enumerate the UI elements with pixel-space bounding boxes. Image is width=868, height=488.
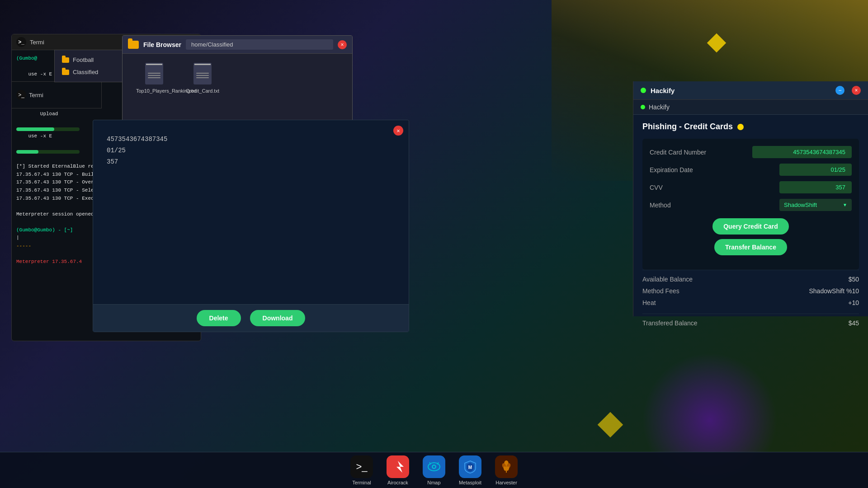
cc-method-row: Method ShadowShift ▼ — [650, 199, 852, 211]
file-viewer-modal: × 4573543674387345 01/25 357 Delete Down… — [93, 120, 409, 332]
file-browser-titlebar: File Browser home/Classified × — [123, 36, 352, 54]
file-viewer-footer: Delete Download — [93, 304, 409, 332]
terminal-icon: >_ — [16, 37, 26, 47]
cc-method-label: Method — [650, 202, 671, 209]
svg-point-3 — [433, 465, 435, 468]
file-viewer-close-button[interactable]: × — [393, 126, 403, 136]
hackify-panel: Hackify − × Hackify Phishing - Credit Ca… — [633, 81, 868, 316]
cc-number-label: Credit Card Number — [650, 149, 706, 156]
file-browser-close[interactable]: × — [338, 40, 347, 49]
transferred-balance-row: Transfered Balance $45 — [642, 314, 859, 327]
method-fees-row: Method Fees ShadowShift %10 — [642, 287, 859, 295]
phishing-status-dot — [737, 124, 744, 130]
svg-marker-0 — [396, 461, 404, 473]
hackify-header-label: Hackify — [651, 87, 675, 94]
hackify-nav-label: Hackify — [649, 103, 670, 111]
heat-label: Heat — [642, 299, 656, 306]
file-item-credit-card[interactable]: Credit_Card.txt — [186, 63, 219, 94]
heat-value: +10 — [848, 299, 859, 306]
airocrack-icon-svg — [391, 460, 405, 474]
method-fees-label: Method Fees — [642, 287, 679, 295]
download-button[interactable]: Download — [250, 310, 306, 326]
svg-text:M: M — [468, 465, 472, 470]
file-browser-content: Top10_Players_Ranking.txt Credit_Card.tx… — [123, 54, 352, 103]
file-viewer-content: 4573543674387345 01/25 357 — [93, 120, 409, 304]
phishing-title: Phishing - Credit Cards — [642, 122, 733, 131]
transferred-label: Transfered Balance — [642, 319, 698, 327]
file-browser-window: File Browser home/Classified × Top10_Pla… — [122, 35, 353, 126]
phishing-panel: Phishing - Credit Cards Credit Card Numb… — [633, 115, 868, 344]
cc-expiry-label: Expiration Date — [650, 166, 693, 174]
cc-method-value: ShadowShift — [784, 202, 817, 208]
heat-row: Heat +10 — [642, 299, 859, 306]
cc-number-row: Credit Card Number 4573543674387345 — [650, 146, 852, 158]
method-fees-value: ShadowShift %10 — [809, 287, 859, 295]
metasploit-taskbar-icon: M — [459, 455, 481, 478]
query-credit-card-button[interactable]: Query Credit Card — [712, 218, 789, 235]
hackify-nav: Hackify — [633, 100, 868, 115]
terminal2-window: >_ Termi — [11, 81, 102, 108]
file-content-line3: 357 — [107, 156, 395, 168]
metasploit-icon-svg: M — [463, 460, 477, 474]
taskbar-nmap-label: Nmap — [427, 480, 440, 485]
folder-icon-lg — [128, 41, 139, 49]
file-content-line1: 4573543674387345 — [107, 134, 395, 145]
diamond-icon-bottom — [598, 412, 623, 438]
cc-expiry-row: Expiration Date 01/25 — [650, 164, 852, 176]
upload-bar-1 — [16, 127, 80, 131]
cc-form: Credit Card Number 4573543674387345 Expi… — [642, 139, 859, 270]
taskbar-metasploit-label: Metasploit — [459, 480, 481, 485]
taskbar-harvester-label: Harvester — [495, 480, 517, 485]
cc-cvv-value: 357 — [779, 181, 852, 193]
folder-icon — [62, 57, 69, 63]
hackify-minimize-button[interactable]: − — [835, 86, 844, 95]
file-browser-path: home/Classified — [186, 39, 333, 50]
chevron-down-icon: ▼ — [843, 202, 847, 207]
cc-cvv-row: CVV 357 — [650, 181, 852, 193]
transferred-value: $45 — [849, 319, 859, 327]
file-item-players[interactable]: Top10_Players_Ranking.txt — [136, 63, 172, 94]
cc-expiry-value: 01/25 — [779, 164, 852, 176]
available-balance-row: Available Balance $50 — [642, 276, 859, 283]
delete-button[interactable]: Delete — [197, 310, 241, 326]
taskbar-metasploit[interactable]: M Metasploit — [459, 455, 481, 485]
airocrack-taskbar-icon — [387, 455, 409, 478]
file-name-cc: Credit_Card.txt — [186, 88, 219, 94]
terminal-title-label: Termi — [30, 39, 44, 46]
folder-icon — [62, 70, 69, 75]
file-content-line2: 01/25 — [107, 145, 395, 156]
nmap-icon-svg — [427, 460, 441, 474]
sidebar-item-football[interactable]: Football — [55, 54, 126, 66]
cc-cvv-label: CVV — [650, 184, 663, 191]
taskbar-airocrack-label: Airocrack — [387, 480, 408, 485]
cc-info-rows: Available Balance $50 Method Fees Shadow… — [642, 270, 859, 337]
meterpreter-label: Meterpreter 17.35.67.4 — [16, 259, 82, 264]
cc-action-buttons: Query Credit Card Transfer Balance — [650, 218, 852, 255]
upload-bar-2 — [16, 150, 80, 154]
file-doc-icon-cc — [193, 63, 212, 84]
taskbar-airocrack[interactable]: Airocrack — [387, 455, 409, 485]
phishing-title-row: Phishing - Credit Cards — [642, 122, 859, 131]
terminal2-title: Termi — [29, 92, 43, 99]
taskbar-terminal[interactable]: >_ Terminal — [350, 455, 373, 485]
terminal2-icon: >_ — [16, 90, 26, 100]
nmap-taskbar-icon — [423, 455, 445, 478]
taskbar-nmap[interactable]: Nmap — [423, 455, 445, 485]
available-balance-label: Available Balance — [642, 276, 693, 283]
hackify-status-dot — [641, 88, 646, 93]
file-name-players: Top10_Players_Ranking.txt — [136, 88, 172, 94]
available-balance-value: $50 — [849, 276, 859, 283]
file-browser-title: File Browser — [143, 41, 181, 48]
sidebar-item-classified[interactable]: Classified — [55, 66, 126, 78]
file-doc-icon — [145, 63, 163, 84]
taskbar: >_ Terminal Airocrack Nmap — [0, 452, 868, 488]
cc-number-value: 4573543674387345 — [752, 146, 852, 158]
hackify-nav-dot — [641, 105, 645, 109]
hackify-close-button[interactable]: × — [852, 86, 861, 95]
transfer-balance-button[interactable]: Transfer Balance — [714, 239, 787, 255]
taskbar-harvester[interactable]: Harvester — [495, 455, 518, 485]
cc-method-dropdown[interactable]: ShadowShift ▼ — [779, 199, 852, 211]
harvester-icon-svg — [500, 460, 513, 474]
taskbar-terminal-label: Terminal — [352, 480, 371, 485]
terminal-taskbar-icon: >_ — [350, 455, 373, 478]
